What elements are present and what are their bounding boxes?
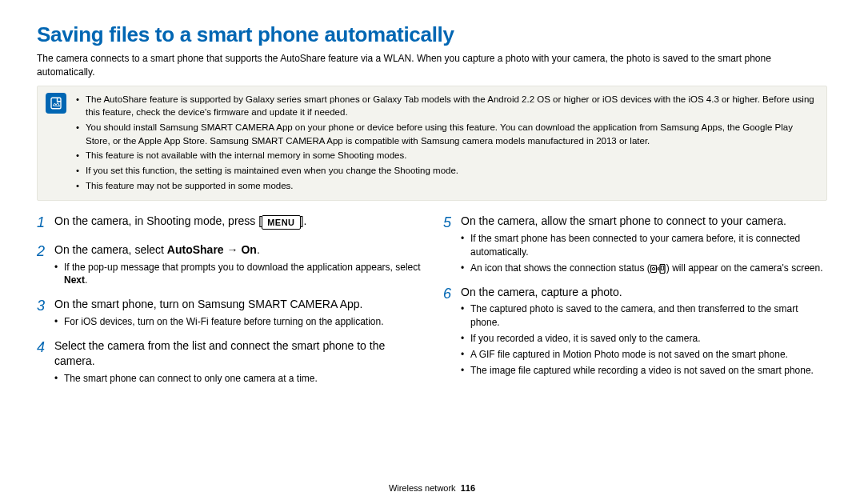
step-text: On the camera, select AutoShare → On. [54,242,421,258]
text: ) will appear on the camera's screen. [666,262,823,274]
step-5: 5 On the camera, allow the smart phone t… [443,214,827,274]
note-list: The AutoShare feature is supported by Ga… [76,93,818,194]
sub-item: For iOS devices, turn on the Wi-Fi featu… [54,315,421,329]
step-text: On the camera, capture a photo. [461,285,827,300]
footer-page-number: 116 [461,483,475,493]
sub-item: If the smart phone has been connected to… [461,232,827,259]
connection-status-icon [650,263,666,274]
step-number: 1 [37,214,54,232]
svg-rect-0 [51,98,61,109]
step-4: 4 Select the camera from the list and co… [37,338,421,386]
sub-item: If the pop-up message that prompts you t… [54,261,421,288]
step-number: 4 [37,338,54,386]
sub-item: A GIF file captured in Motion Photo mode… [461,348,827,362]
footer-section: Wireless network [389,483,456,493]
sub-item: The image file captured while recording … [461,364,827,378]
note-item: This feature is not available with the i… [76,149,818,162]
step-6: 6 On the camera, capture a photo. The ca… [443,285,827,378]
arrow-text: → [224,243,242,256]
text-bold: On [241,243,256,256]
note-box: The AutoShare feature is supported by Ga… [37,86,827,202]
intro-text: The camera connects to a smart phone tha… [37,52,827,79]
left-column: 1 On the camera, in Shooting mode, press… [37,214,421,394]
note-item: If you set this function, the setting is… [76,164,818,178]
step-1: 1 On the camera, in Shooting mode, press… [37,214,421,232]
menu-button-icon: MENU [262,215,300,230]
step-text: On the camera, in Shooting mode, press [… [54,214,421,229]
text-bold: AutoShare [167,243,224,256]
step-text: Select the camera from the list and conn… [54,338,421,369]
sub-item: The captured photo is saved to the camer… [461,302,827,330]
page-footer: Wireless network 116 [0,483,864,493]
text: If the pop-up message that prompts you t… [64,262,421,273]
note-item: This feature may not be supported in som… [76,179,818,193]
step-number: 5 [443,214,461,274]
text: . [257,243,260,256]
sub-item: The smart phone can connect to only one … [54,372,421,386]
page-title: Saving files to a smart phone automatica… [37,22,827,47]
step-3: 3 On the smart phone, turn on Samsung SM… [37,297,421,329]
svg-point-2 [652,267,654,270]
text-bold: Next [64,274,85,286]
step-number: 2 [37,242,54,287]
right-column: 5 On the camera, allow the smart phone t… [443,214,827,394]
step-text: On the smart phone, turn on Samsung SMAR… [54,297,421,312]
step-number: 3 [37,297,54,329]
sub-item: An icon that shows the connection status… [461,262,827,275]
text: An icon that shows the connection status… [470,262,650,274]
svg-rect-1 [650,265,656,272]
text: On the camera, select [54,243,167,256]
note-item: You should install Samsung SMART CAMERA … [76,121,818,147]
note-icon [46,93,66,114]
instruction-columns: 1 On the camera, in Shooting mode, press… [37,214,827,394]
text: ]. [301,214,307,227]
text: . [85,274,87,286]
sub-item: If you recorded a video, it is saved onl… [461,332,827,346]
step-text: On the camera, allow the smart phone to … [461,214,827,229]
step-number: 6 [443,285,461,378]
step-2: 2 On the camera, select AutoShare → On. … [37,242,421,287]
text: On the camera, in Shooting mode, press [ [54,214,262,227]
note-item: The AutoShare feature is supported by Ga… [76,93,818,119]
svg-rect-4 [661,266,663,270]
